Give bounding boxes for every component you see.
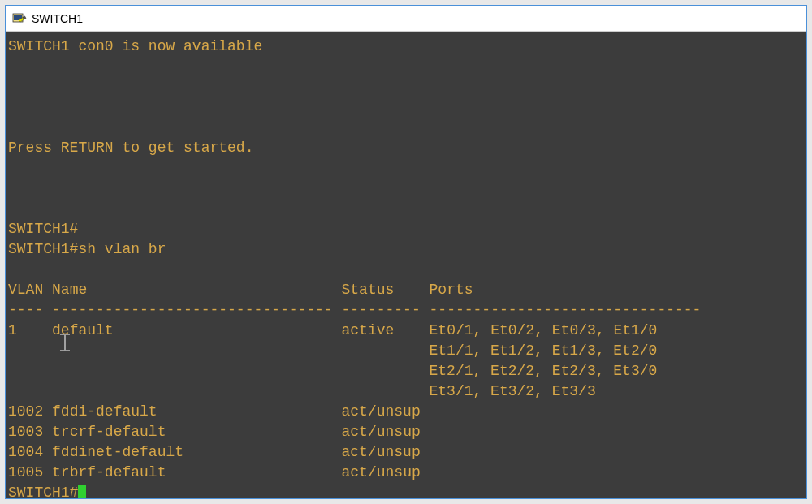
command-text: sh vlan br bbox=[78, 241, 166, 257]
separator-line: ---- -------------------------------- --… bbox=[8, 302, 701, 318]
table-row: 1002 fddi-default act/unsup bbox=[8, 403, 421, 420]
terminal-window: SWITCH1 SWITCH1 con0 is now available Pr… bbox=[5, 5, 807, 499]
table-row: 1 default active Et0/1, Et0/2, Et0/3, Et… bbox=[8, 322, 657, 338]
table-row: 1005 trbrf-default act/unsup bbox=[8, 464, 421, 480]
press-return-line: Press RETURN to get started. bbox=[8, 140, 253, 156]
final-prompt: SWITCH1# bbox=[8, 485, 78, 498]
prompt-empty: SWITCH1# bbox=[8, 221, 78, 237]
banner-line: SWITCH1 con0 is now available bbox=[8, 38, 262, 54]
terminal-cursor bbox=[78, 485, 86, 498]
putty-icon bbox=[12, 11, 27, 26]
titlebar[interactable]: SWITCH1 bbox=[6, 6, 806, 32]
vlan-header-line: VLAN Name Status Ports bbox=[8, 282, 473, 298]
table-row: 1003 trcrf-default act/unsup bbox=[8, 424, 421, 440]
prompt-cmd: SWITCH1#sh vlan br bbox=[8, 241, 166, 257]
terminal-output[interactable]: SWITCH1 con0 is now available Press RETU… bbox=[6, 32, 806, 498]
window-title: SWITCH1 bbox=[32, 12, 83, 25]
table-row: 1004 fddinet-default act/unsup bbox=[8, 444, 421, 460]
